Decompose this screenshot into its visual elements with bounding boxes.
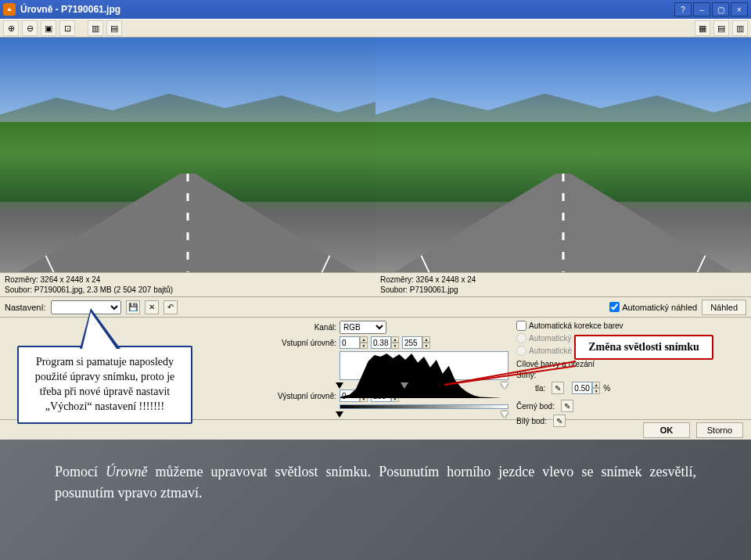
- callout-pointer-icon: [443, 350, 577, 388]
- black-eyedropper-icon[interactable]: ✎: [561, 400, 573, 412]
- help-button[interactable]: ?: [674, 2, 692, 16]
- input-black-field[interactable]: [340, 336, 360, 349]
- minimize-button[interactable]: –: [693, 2, 710, 16]
- right-dimensions: Rozměry: 3264 x 2448 x 24: [380, 275, 746, 285]
- histogram2-icon[interactable]: ▤: [106, 20, 122, 36]
- layout-h-icon[interactable]: ▤: [713, 20, 729, 36]
- channel-select[interactable]: RGB: [340, 321, 386, 334]
- input-gamma-field[interactable]: [371, 336, 391, 349]
- title-bar: Úrovně - P7190061.jpg ? – ▢ ×: [0, 0, 751, 19]
- layout-split-icon[interactable]: ▦: [695, 20, 710, 36]
- input-levels-label: Vstupní úrovně:: [275, 339, 336, 347]
- left-file: Soubor: P7190061.jpg, 2.3 MB (2 504 207 …: [5, 285, 371, 295]
- window-title: Úrovně - P7190061.jpg: [20, 4, 674, 15]
- callout-left-text: Program si pamatuje naposledy použité úp…: [35, 356, 174, 412]
- output-slider[interactable]: [340, 411, 508, 416]
- white-eyedropper-icon[interactable]: ✎: [553, 415, 566, 427]
- output-levels-label: Výstupní úrovně:: [275, 392, 336, 400]
- white-point-label: Bílý bod:: [516, 417, 547, 425]
- input-white-field[interactable]: [402, 336, 422, 349]
- image-info-row: Rozměry: 3264 x 2448 x 24 Soubor: P71900…: [0, 272, 751, 297]
- callout-settings: Program si pamatuje naposledy použité úp…: [17, 346, 192, 424]
- caption-text: Pomocí Úrovně můžeme upravovat světlost …: [55, 464, 696, 501]
- original-image: [0, 38, 376, 272]
- left-dimensions: Rozměry: 3264 x 2448 x 24: [5, 275, 371, 285]
- preview-button[interactable]: Náhled: [702, 300, 746, 315]
- layout-v-icon[interactable]: ▥: [732, 20, 748, 36]
- delete-settings-icon[interactable]: ✕: [145, 300, 159, 314]
- callout-brightness: Změna světlosti snímku: [574, 335, 713, 360]
- black-point-label: Černý bod:: [516, 402, 555, 411]
- auto-correction-checkbox[interactable]: Automatická korekce barev: [516, 321, 713, 331]
- save-settings-icon[interactable]: 💾: [126, 300, 140, 314]
- app-icon: [3, 3, 16, 16]
- result-image: [376, 38, 751, 272]
- auto-preview-checkbox[interactable]: Automatický náhled: [609, 302, 697, 312]
- histogram1-icon[interactable]: ▥: [88, 20, 103, 36]
- right-file: Soubor: P7190061.jpg: [380, 285, 746, 295]
- callout-right-text: Změna světlosti snímku: [588, 341, 699, 353]
- maximize-button[interactable]: ▢: [712, 2, 729, 16]
- close-button[interactable]: ×: [731, 2, 748, 16]
- zoom-in-icon[interactable]: ⊕: [3, 20, 19, 36]
- right-image-info: Rozměry: 3264 x 2448 x 24 Soubor: P71900…: [376, 273, 751, 296]
- output-gradient: [340, 404, 508, 409]
- slide-caption: Pomocí Úrovně můžeme upravovat světlost …: [0, 440, 751, 560]
- zoom-fit-icon[interactable]: ▣: [41, 20, 56, 36]
- toolbar: ⊕ ⊖ ▣ ⊡ ▥ ▤ ▦ ▤ ▥: [0, 19, 751, 38]
- reset-settings-icon[interactable]: ↶: [163, 300, 178, 314]
- left-image-info: Rozměry: 3264 x 2448 x 24 Soubor: P71900…: [0, 273, 376, 296]
- settings-label: Nastavení:: [5, 303, 46, 312]
- zoom-actual-icon[interactable]: ⊡: [59, 20, 75, 36]
- zoom-out-icon[interactable]: ⊖: [22, 20, 38, 36]
- preview-area: [0, 38, 751, 272]
- channel-label: Kanál:: [275, 323, 336, 332]
- svg-line-2: [444, 366, 576, 385]
